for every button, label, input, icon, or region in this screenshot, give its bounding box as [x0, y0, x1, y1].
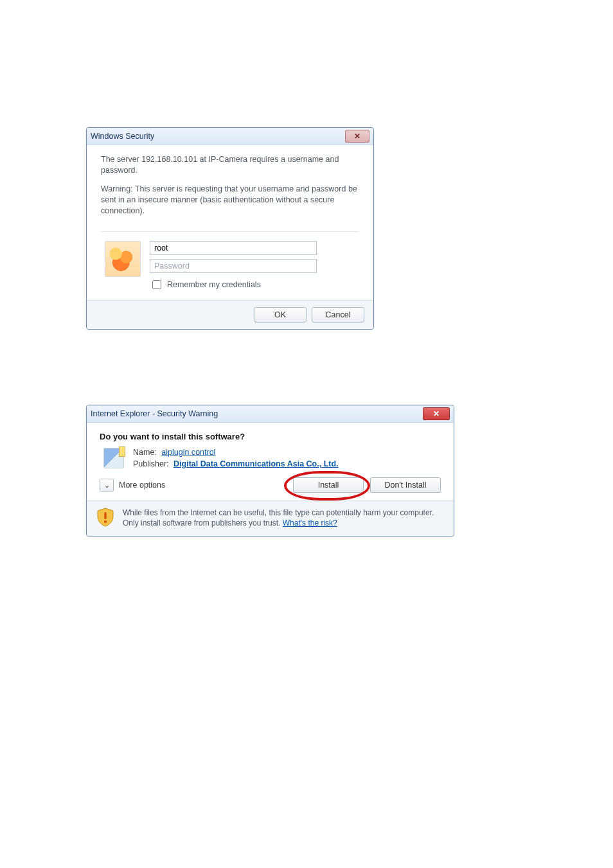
dialog-title: Windows Security: [91, 132, 154, 141]
svg-point-1: [104, 520, 107, 523]
remember-checkbox[interactable]: [152, 280, 161, 289]
name-label: Name:: [133, 448, 157, 457]
dialog-titlebar: Windows Security ✕: [87, 128, 373, 145]
remember-label: Remember my credentials: [167, 280, 261, 289]
options-row: ⌄ More options Install Don't Install: [100, 477, 441, 493]
close-icon: ✕: [433, 410, 440, 418]
dialog-footer: While files from the Internet can be use…: [87, 500, 454, 536]
dont-install-button[interactable]: Don't Install: [370, 477, 441, 493]
dialog-body: Do you want to install this software? Na…: [87, 423, 454, 500]
software-info-row: Name: aiplugin control Publisher: Digita…: [103, 448, 441, 468]
credential-fields: Remember my credentials: [150, 241, 359, 291]
dialog-body: The server 192.168.10.101 at IP-Camera r…: [87, 145, 373, 226]
ok-button[interactable]: OK: [254, 307, 306, 323]
dialog-title: Internet Explorer - Security Warning: [91, 409, 218, 418]
publisher-label: Publisher:: [133, 459, 169, 468]
ie-security-warning-dialog: Internet Explorer - Security Warning ✕ D…: [86, 405, 454, 536]
software-icon: [103, 448, 124, 468]
software-details: Name: aiplugin control Publisher: Digita…: [133, 448, 339, 468]
credentials-panel: Remember my credentials: [101, 231, 359, 300]
close-button[interactable]: ✕: [423, 407, 450, 420]
close-button[interactable]: ✕: [345, 130, 369, 143]
password-input[interactable]: [150, 259, 317, 273]
whats-the-risk-link[interactable]: What's the risk?: [283, 518, 337, 527]
install-question: Do you want to install this software?: [100, 432, 441, 441]
install-button[interactable]: Install: [293, 477, 364, 493]
chevron-down-icon: ⌄: [104, 481, 110, 490]
cancel-button[interactable]: Cancel: [312, 307, 364, 323]
close-icon: ✕: [354, 132, 360, 140]
shield-warning-icon: [97, 508, 114, 527]
dialog-titlebar: Internet Explorer - Security Warning ✕: [87, 405, 454, 423]
dialog-footer: OK Cancel: [87, 300, 373, 329]
footer-warning-text: While files from the Internet can be use…: [123, 508, 443, 528]
warning-message: Warning: This server is requesting that …: [101, 184, 359, 217]
server-message: The server 192.168.10.101 at IP-Camera r…: [101, 154, 359, 176]
windows-security-dialog: Windows Security ✕ The server 192.168.10…: [86, 127, 374, 330]
remember-credentials-row[interactable]: Remember my credentials: [150, 278, 359, 291]
username-input[interactable]: [150, 241, 317, 255]
publisher-link[interactable]: Digital Data Communications Asia Co., Lt…: [173, 459, 339, 468]
user-avatar-icon: [105, 241, 141, 277]
more-options-toggle[interactable]: ⌄: [100, 479, 114, 492]
software-name-link[interactable]: aiplugin control: [161, 448, 215, 457]
action-buttons: Install Don't Install: [293, 477, 441, 493]
svg-rect-0: [104, 512, 106, 519]
footer-warning-body: While files from the Internet can be use…: [123, 508, 434, 527]
more-options-label: More options: [119, 481, 165, 490]
